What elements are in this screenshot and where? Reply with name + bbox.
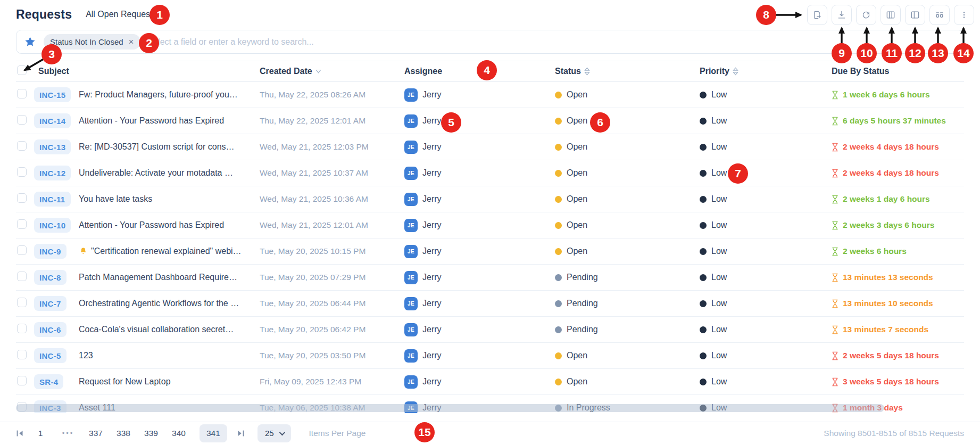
table-row[interactable]: INC-8 Patch Management Dashboard Require… <box>16 265 964 291</box>
request-id-chip[interactable]: INC-15 <box>34 87 71 102</box>
assignee-name: Jerry <box>422 142 442 152</box>
row-checkbox[interactable] <box>17 376 27 385</box>
row-checkbox[interactable] <box>17 89 27 98</box>
request-id-chip[interactable]: SR-4 <box>34 374 63 389</box>
requests-table: Subject Created Date Assignee Status Pri… <box>16 61 964 413</box>
status-label: Open <box>567 168 587 178</box>
hourglass-icon <box>832 195 838 204</box>
assignee-avatar: JE <box>404 297 418 310</box>
more-options-button[interactable] <box>954 5 974 25</box>
due-by-status: 2 weeks 5 days 18 hours <box>832 351 964 360</box>
assignee-avatar: JE <box>404 349 418 363</box>
page-number[interactable]: 338 <box>117 429 130 438</box>
assignee-name: Jerry <box>422 168 442 178</box>
view-selector-dropdown[interactable]: All Open Requests <box>86 10 165 19</box>
assignee-name: Jerry <box>422 273 442 282</box>
row-checkbox[interactable] <box>17 324 27 333</box>
page-number[interactable]: 337 <box>89 429 103 438</box>
request-id-chip[interactable]: INC-11 <box>34 192 71 207</box>
request-id-chip[interactable]: INC-9 <box>34 244 67 259</box>
horizontal-scrollbar[interactable] <box>16 404 884 412</box>
first-page-button[interactable] <box>16 430 24 437</box>
select-all-checkbox[interactable] <box>17 65 27 75</box>
filter-chip[interactable]: Status Not In Closed × <box>44 34 140 50</box>
request-subject: Attention - Your Password has Expired <box>79 220 260 230</box>
row-checkbox[interactable] <box>17 245 27 255</box>
search-bar: Status Not In Closed × <box>16 30 964 54</box>
request-id-chip[interactable]: INC-10 <box>34 218 71 233</box>
priority-label: Low <box>711 377 727 387</box>
table-row[interactable]: INC-14 Attention - Your Password has Exp… <box>16 108 964 134</box>
priority-label: Low <box>711 299 727 308</box>
page-list: 1•••337338339340341 <box>34 424 227 442</box>
due-by-status: 2 weeks 4 days 18 hours <box>832 142 964 152</box>
priority-label: Low <box>711 273 727 282</box>
request-id-chip[interactable]: INC-8 <box>34 270 67 285</box>
split-view-button[interactable] <box>905 5 925 25</box>
created-date: Tue, May 20, 2025 03:50 PM <box>260 351 404 360</box>
board-view-button[interactable] <box>929 5 950 25</box>
page-number[interactable]: 341 <box>200 424 227 442</box>
table-row[interactable]: INC-9 "Certification renewal explained" … <box>16 239 964 265</box>
row-checkbox[interactable] <box>17 272 27 281</box>
table-row[interactable]: INC-6 Coca-Cola's visual collaboration s… <box>16 317 964 343</box>
request-id-chip[interactable]: INC-12 <box>34 166 71 180</box>
row-checkbox[interactable] <box>17 298 27 307</box>
table-row[interactable]: SR-4 Request for New Laptop Fri, May 09,… <box>16 369 964 395</box>
status-label: Pending <box>567 273 598 282</box>
table-row[interactable]: INC-7 Orchestrating Agentic Workflows fo… <box>16 291 964 317</box>
column-header-priority[interactable]: Priority <box>700 67 832 76</box>
download-button[interactable] <box>832 5 852 25</box>
remove-filter-icon[interactable]: × <box>129 37 134 46</box>
column-header-assignee[interactable]: Assignee <box>404 67 555 76</box>
hourglass-icon <box>832 273 838 282</box>
column-header-created-date[interactable]: Created Date <box>260 67 404 76</box>
assignee-avatar: JE <box>404 114 418 128</box>
favorite-star-icon[interactable] <box>24 36 36 48</box>
table-row[interactable]: INC-5 123 Tue, May 20, 2025 03:50 PM JE … <box>16 343 964 369</box>
due-by-status: 2 weeks 6 hours <box>832 246 964 256</box>
pagination-bar: 1•••337338339340341 25 Items Per Page Sh… <box>0 422 980 444</box>
assignee-name: Jerry <box>422 351 442 360</box>
row-checkbox[interactable] <box>17 350 27 359</box>
column-header-due-by-status[interactable]: Due By Status <box>832 67 964 76</box>
request-id-chip[interactable]: INC-14 <box>34 113 71 128</box>
request-subject: Fw: Product Managers, future-proof you… <box>79 90 260 100</box>
view-selector-label: All Open Requests <box>86 10 156 19</box>
row-checkbox[interactable] <box>17 167 27 177</box>
more-options-icon <box>959 10 969 20</box>
row-checkbox[interactable] <box>17 115 27 125</box>
column-header-status[interactable]: Status <box>555 67 700 76</box>
columns-button[interactable] <box>881 5 901 25</box>
page-title: Requests <box>16 7 72 22</box>
page-number[interactable]: 339 <box>144 429 158 438</box>
page-number[interactable]: 1 <box>34 429 47 438</box>
row-checkbox[interactable] <box>17 141 27 151</box>
table-row[interactable]: INC-10 Attention - Your Password has Exp… <box>16 212 964 239</box>
last-page-button[interactable] <box>237 430 245 437</box>
status-label: Open <box>567 116 587 126</box>
column-header-subject[interactable]: Subject <box>34 67 79 76</box>
request-id-chip[interactable]: INC-5 <box>34 348 67 363</box>
table-body: INC-15 Fw: Product Managers, future-proo… <box>16 82 964 413</box>
search-input[interactable] <box>148 37 956 47</box>
request-id-chip[interactable]: INC-7 <box>34 296 67 311</box>
page-number[interactable]: 340 <box>172 429 186 438</box>
request-id-chip[interactable]: INC-6 <box>34 322 67 337</box>
status-dot <box>555 352 562 359</box>
table-row[interactable]: INC-11 You have late tasks Wed, May 21, … <box>16 186 964 212</box>
row-checkbox[interactable] <box>17 193 27 203</box>
export-button[interactable] <box>807 5 827 25</box>
row-checkbox[interactable] <box>17 219 27 229</box>
status-label: Open <box>567 90 587 100</box>
priority-label: Low <box>711 168 727 178</box>
page-size-dropdown[interactable]: 25 <box>258 424 291 442</box>
priority-label: Low <box>711 325 727 334</box>
table-row[interactable]: INC-13 Re: [MD-30537] Custom script for … <box>16 134 964 160</box>
created-date: Wed, May 21, 2025 12:03 PM <box>260 142 404 152</box>
table-row[interactable]: INC-15 Fw: Product Managers, future-proo… <box>16 82 964 108</box>
table-row[interactable]: INC-12 Undeliverable: Activate your mota… <box>16 160 964 186</box>
request-id-chip[interactable]: INC-13 <box>34 139 71 154</box>
refresh-button[interactable] <box>856 5 876 25</box>
status-dot <box>555 379 562 385</box>
